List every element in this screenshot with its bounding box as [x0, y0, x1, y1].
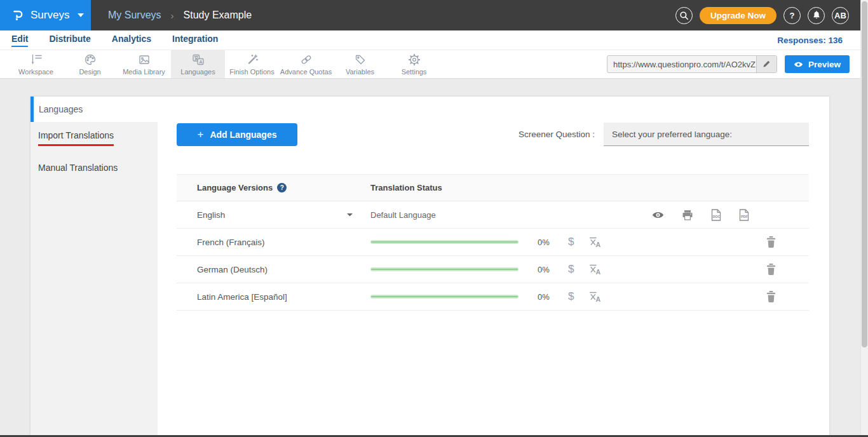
survey-url-box: [607, 55, 777, 73]
delete-trash-icon[interactable]: [766, 236, 776, 248]
chevron-down-icon[interactable]: [347, 213, 353, 217]
add-languages-button[interactable]: + Add Languages: [177, 123, 297, 146]
toolbar-item-workspace[interactable]: Workspace: [9, 50, 63, 78]
auto-translate-icon[interactable]: A: [589, 236, 600, 248]
toolbar-item-settings[interactable]: Settings: [387, 50, 441, 78]
translation-progress-bar: [370, 240, 519, 244]
survey-url-input[interactable]: [607, 56, 756, 72]
table-row: Latin America [Español] 0% $ A: [177, 283, 809, 311]
header-actions: Upgrade Now ? AB: [675, 7, 868, 24]
search-button[interactable]: [675, 7, 693, 24]
bell-icon: [811, 10, 822, 20]
translation-progress-percent: 0%: [538, 238, 554, 247]
paid-translation-icon[interactable]: $: [568, 263, 574, 276]
chevron-down-icon: [78, 13, 84, 17]
translation-progress-percent: 0%: [538, 265, 554, 274]
toolbar-item-advance-quotas[interactable]: Advance Quotas: [279, 50, 333, 78]
edit-url-button[interactable]: [756, 56, 776, 72]
table-header: Language Versions ? Translation Status: [177, 174, 809, 201]
export-doc-icon[interactable]: DOC: [711, 209, 721, 221]
responses-count[interactable]: Responses: 136: [777, 36, 857, 45]
translate-icon: A: [191, 53, 205, 67]
palette-icon: [83, 53, 97, 67]
question-mark-icon: ?: [790, 11, 795, 20]
language-name: German (Deutsch): [197, 265, 370, 274]
breadcrumb-current: Study Example: [184, 10, 252, 21]
view-eye-icon[interactable]: [652, 211, 664, 219]
avatar-initials: AB: [834, 11, 846, 20]
paid-translation-icon[interactable]: $: [568, 236, 574, 248]
toolbar-item-finish-options[interactable]: Finish Options: [225, 50, 279, 78]
toolbar-item-languages[interactable]: A Languages: [171, 50, 225, 78]
questionpro-logo-icon: [11, 8, 25, 22]
sidebar-item-label: Import Translations: [38, 130, 114, 146]
edit-toolbar: Workspace Design Media Library A Languag…: [0, 50, 868, 79]
sidebar-item-import-translations[interactable]: Import Translations: [31, 122, 158, 154]
survey-url-area: Preview: [607, 50, 868, 78]
preview-button[interactable]: Preview: [785, 55, 850, 73]
top-header: Surveys My Surveys › Study Example Upgra…: [0, 0, 868, 30]
auto-translate-icon[interactable]: A: [589, 291, 600, 302]
languages-sidebar: Languages Import Translations Manual Tra…: [31, 97, 158, 437]
toolbar-label: Finish Options: [229, 68, 274, 76]
tab-edit[interactable]: Edit: [11, 34, 28, 47]
pencil-icon: [762, 60, 771, 69]
chain-link-icon: [299, 53, 313, 67]
gear-icon: [407, 53, 421, 67]
preview-label: Preview: [808, 60, 841, 69]
table-row-default-language: English Default Language DOC: [177, 201, 809, 229]
svg-text:A: A: [596, 241, 601, 248]
tab-integration[interactable]: Integration: [172, 34, 218, 47]
plus-icon: +: [198, 128, 204, 141]
breadcrumb-separator-icon: ›: [171, 10, 174, 21]
sidebar-item-label: Manual Translations: [38, 163, 118, 173]
toolbar-label: Workspace: [18, 68, 53, 76]
toolbar-item-variables[interactable]: Variables: [333, 50, 387, 78]
tab-distribute[interactable]: Distribute: [49, 34, 90, 47]
toolbar-label: Settings: [402, 68, 427, 76]
default-language-status: Default Language: [370, 210, 436, 220]
toolbar-item-design[interactable]: Design: [63, 50, 117, 78]
languages-card: Languages Import Translations Manual Tra…: [31, 97, 829, 437]
svg-text:PDF: PDF: [741, 214, 748, 218]
avatar[interactable]: AB: [832, 7, 849, 24]
image-icon: [137, 53, 151, 67]
auto-translate-icon[interactable]: A: [589, 264, 600, 275]
sidebar-items: Import Translations Manual Translations: [31, 122, 158, 437]
paid-translation-icon[interactable]: $: [568, 290, 574, 303]
column-translation-status: Translation Status: [370, 183, 442, 192]
column-translation-status-label: Translation Status: [370, 183, 442, 192]
default-language-name: English: [197, 210, 225, 220]
breadcrumb-my-surveys[interactable]: My Surveys: [108, 10, 161, 21]
help-button[interactable]: ?: [783, 7, 801, 24]
svg-text:A: A: [596, 295, 601, 302]
scrollbar-thumb[interactable]: [862, 1, 867, 347]
export-pdf-icon[interactable]: PDF: [739, 209, 749, 221]
table-row: German (Deutsch) 0% $ A: [177, 256, 809, 283]
screener-question-select[interactable]: Select your preferred language:: [604, 123, 809, 146]
help-icon[interactable]: ?: [277, 183, 287, 192]
progress-fill: [371, 296, 518, 297]
sidebar-item-manual-translations[interactable]: Manual Translations: [31, 154, 158, 181]
print-icon[interactable]: [682, 210, 693, 220]
product-switcher[interactable]: Surveys: [0, 0, 91, 30]
toolbar-item-media-library[interactable]: Media Library: [117, 50, 171, 78]
page-scrollbar[interactable]: [860, 0, 868, 437]
toolbar-label: Media Library: [123, 68, 165, 76]
delete-trash-icon[interactable]: [766, 291, 776, 302]
delete-trash-icon[interactable]: [766, 264, 776, 275]
sidebar-title-label: Languages: [39, 104, 83, 114]
language-name: French (Français): [197, 238, 370, 247]
survey-nav: Edit Distribute Analytics Integration Re…: [0, 30, 868, 50]
tab-analytics[interactable]: Analytics: [112, 34, 151, 47]
screener-question-label: Screener Question :: [519, 130, 595, 139]
toolbar-label: Advance Quotas: [280, 68, 332, 76]
languages-main: + Add Languages Screener Question : Sele…: [158, 97, 829, 437]
upgrade-now-button[interactable]: Upgrade Now: [700, 7, 776, 24]
magic-wand-icon: [245, 53, 259, 67]
screener-question: Screener Question : Select your preferre…: [519, 123, 809, 146]
tag-icon: [353, 53, 367, 67]
language-name: Latin America [Español]: [197, 292, 370, 302]
svg-text:A: A: [596, 268, 601, 275]
notifications-button[interactable]: [808, 7, 825, 24]
